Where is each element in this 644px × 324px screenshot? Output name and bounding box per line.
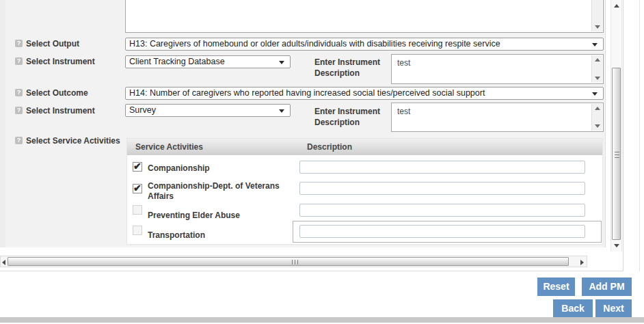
select-instrument-1-value: Client Tracking Database	[129, 57, 225, 66]
instrument-2-description-textarea[interactable]: test	[391, 103, 604, 132]
instrument-1-description-label: Enter Instrument Description	[314, 57, 383, 79]
vertical-scrollbar[interactable]	[611, 0, 622, 252]
help-icon[interactable]: ?	[15, 57, 23, 65]
back-button[interactable]: Back	[553, 299, 593, 317]
vertical-scrollbar-thumb[interactable]	[612, 68, 621, 240]
instrument-2-description-label: Enter Instrument Description	[314, 106, 383, 128]
scroll-down-icon[interactable]	[595, 77, 600, 80]
reset-button[interactable]: Reset	[537, 278, 575, 296]
column-header-description: Description	[307, 142, 352, 152]
add-pm-button[interactable]: Add PM	[582, 278, 632, 296]
frame-border	[623, 0, 623, 271]
select-outcome-dropdown[interactable]: H14: Number of caregivers who reported h…	[125, 87, 604, 100]
scroll-down-icon[interactable]	[595, 124, 600, 128]
notes-textarea-scrollbar[interactable]	[591, 0, 602, 31]
description-input-companionship-va[interactable]	[299, 182, 585, 195]
select-output-label: Select Output	[26, 39, 79, 49]
scroll-down-icon[interactable]	[595, 25, 600, 29]
frame-border	[0, 271, 623, 271]
checkbox-transportation[interactable]	[133, 226, 142, 235]
chevron-down-icon	[592, 43, 598, 46]
scroll-down-icon[interactable]	[614, 244, 619, 247]
chevron-down-icon	[279, 109, 284, 113]
next-button[interactable]: Next	[595, 299, 632, 317]
select-output-dropdown[interactable]: H13: Caregivers of homebound or older ad…	[125, 38, 604, 51]
scroll-up-icon[interactable]	[614, 4, 619, 8]
service-name: Companionship-Dept. of Veterans Affairs	[148, 181, 293, 202]
column-header-activities: Service Activities	[135, 142, 203, 152]
description-input-preventing-elder-abuse[interactable]	[299, 204, 585, 217]
scroll-left-icon[interactable]	[2, 260, 5, 265]
left-margin	[0, 0, 5, 247]
select-instrument-1-label: Select Instrument	[26, 57, 95, 66]
select-outcome-label: Select Outcome	[26, 88, 88, 98]
service-activities-table-header: Service Activities Description	[127, 139, 602, 155]
scroll-up-icon[interactable]	[595, 58, 600, 62]
service-name: Companionship	[148, 163, 293, 174]
service-name: Preventing Elder Abuse	[148, 211, 293, 221]
scroll-right-icon[interactable]	[580, 260, 584, 265]
bottom-divider	[0, 317, 644, 323]
horizontal-scrollbar-thumb[interactable]	[8, 257, 569, 266]
description-input-transportation[interactable]	[299, 225, 585, 238]
select-instrument-2-label: Select Instrument	[26, 106, 95, 116]
select-instrument-2-dropdown[interactable]: Survey	[125, 104, 291, 117]
service-activities-table: Service Activities Description Companion…	[126, 138, 603, 245]
help-icon[interactable]: ?	[15, 107, 23, 114]
scroll-up-icon[interactable]	[595, 107, 600, 110]
chevron-down-icon	[279, 61, 284, 64]
notes-textarea[interactable]	[125, 0, 604, 33]
checkbox-preventing-elder-abuse[interactable]	[133, 205, 142, 215]
performance-measure-form: ? Select Output H13: Caregivers of homeb…	[0, 0, 644, 324]
select-instrument-2-value: Survey	[129, 105, 156, 115]
help-icon[interactable]: ?	[15, 89, 23, 96]
checkbox-companionship-va[interactable]	[133, 184, 142, 193]
help-icon[interactable]: ?	[15, 40, 23, 47]
help-icon[interactable]: ?	[15, 137, 23, 144]
instrument-1-description-value: test	[397, 58, 410, 68]
instrument-1-description-textarea[interactable]: test	[391, 54, 604, 84]
select-output-value: H13: Caregivers of homebound or older ad…	[129, 39, 500, 49]
chevron-down-icon	[592, 92, 598, 96]
description-input-companionship[interactable]	[299, 161, 585, 174]
service-name: Transportation	[148, 230, 293, 241]
select-instrument-1-dropdown[interactable]: Client Tracking Database	[125, 55, 291, 68]
textarea-scrollbar[interactable]	[591, 104, 602, 131]
instrument-2-description-value: test	[397, 107, 410, 116]
horizontal-scrollbar[interactable]	[0, 256, 587, 267]
textarea-scrollbar[interactable]	[591, 55, 602, 83]
select-service-activities-label: Select Service Activities	[26, 136, 120, 146]
window-edge	[639, 0, 640, 271]
select-outcome-value: H14: Number of caregivers who reported h…	[129, 88, 485, 98]
checkbox-companionship[interactable]	[133, 162, 142, 172]
